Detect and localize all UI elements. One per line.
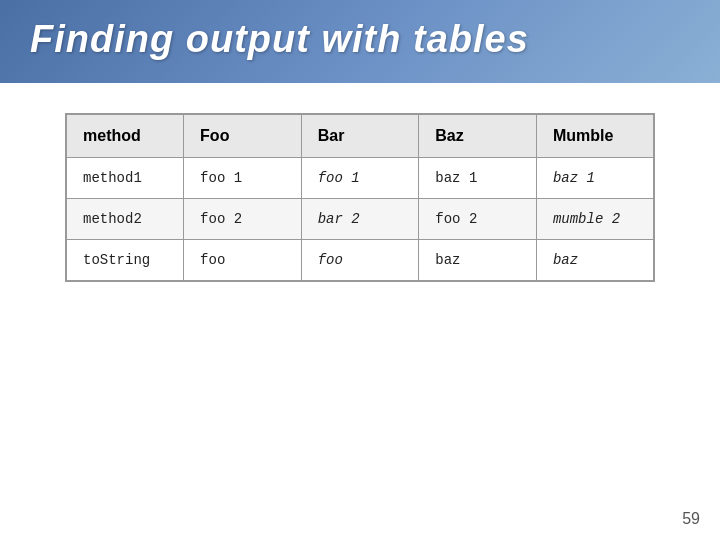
cell-r1-c2: bar 2: [301, 199, 419, 240]
cell-r0-c2: foo 1: [301, 158, 419, 199]
col-header-bar: Bar: [301, 114, 419, 158]
cell-r2-c3: baz: [419, 240, 537, 282]
output-table: method Foo Bar Baz Mumble method1foo 1fo…: [65, 113, 655, 282]
slide-header: Finding output with tables: [0, 0, 720, 83]
cell-r1-c4: mumble 2: [536, 199, 654, 240]
cell-r0-c0: method1: [66, 158, 184, 199]
slide-title: Finding output with tables: [30, 18, 690, 61]
cell-r2-c2: foo: [301, 240, 419, 282]
col-header-baz: Baz: [419, 114, 537, 158]
table-row: method1foo 1foo 1baz 1baz 1: [66, 158, 654, 199]
cell-r2-c1: foo: [184, 240, 302, 282]
slide-content: method Foo Bar Baz Mumble method1foo 1fo…: [0, 113, 720, 282]
cell-r0-c4: baz 1: [536, 158, 654, 199]
cell-r0-c1: foo 1: [184, 158, 302, 199]
cell-r2-c4: baz: [536, 240, 654, 282]
col-header-mumble: Mumble: [536, 114, 654, 158]
col-header-method: method: [66, 114, 184, 158]
page-number: 59: [682, 510, 700, 528]
cell-r1-c0: method2: [66, 199, 184, 240]
col-header-foo: Foo: [184, 114, 302, 158]
cell-r0-c3: baz 1: [419, 158, 537, 199]
cell-r1-c3: foo 2: [419, 199, 537, 240]
table-row: method2foo 2bar 2foo 2mumble 2: [66, 199, 654, 240]
cell-r1-c1: foo 2: [184, 199, 302, 240]
table-row: toStringfoofoobazbaz: [66, 240, 654, 282]
cell-r2-c0: toString: [66, 240, 184, 282]
table-header-row: method Foo Bar Baz Mumble: [66, 114, 654, 158]
